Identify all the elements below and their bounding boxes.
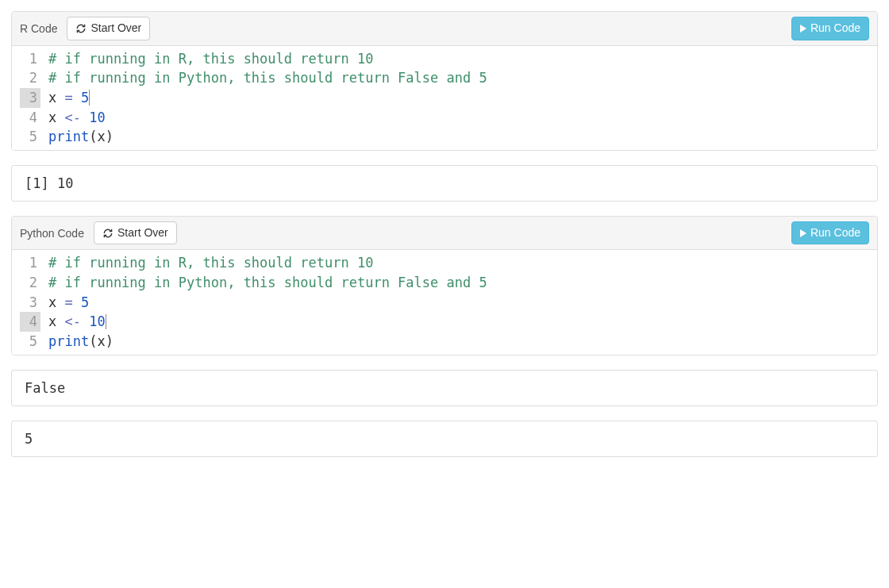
play-icon xyxy=(800,25,806,33)
run-code-label: Run Code xyxy=(810,225,860,241)
code-line[interactable]: x <- 10 xyxy=(48,312,872,332)
code-line[interactable]: # if running in R, this should return 10 xyxy=(48,253,872,273)
code-token xyxy=(81,313,89,329)
refresh-icon xyxy=(102,228,114,239)
code-line[interactable]: # if running in R, this should return 10 xyxy=(48,49,872,69)
code-content[interactable]: # if running in R, this should return 10… xyxy=(45,250,877,354)
line-number: 4 xyxy=(20,108,40,128)
code-token: x xyxy=(48,110,64,125)
code-line[interactable]: x = 5 xyxy=(48,88,872,108)
code-token: 10 xyxy=(89,110,105,125)
line-number: 3 xyxy=(20,293,40,313)
text-cursor xyxy=(89,90,90,106)
code-line[interactable]: x <- 10 xyxy=(48,108,872,128)
page-root: R CodeStart OverRun Code12345# if runnin… xyxy=(11,11,878,457)
code-editor[interactable]: 12345# if running in R, this should retu… xyxy=(12,46,877,150)
code-line[interactable]: print(x) xyxy=(48,127,872,147)
code-token: 10 xyxy=(89,313,105,329)
code-language-label: Python Code xyxy=(20,227,84,240)
play-icon xyxy=(800,229,806,237)
code-header: R CodeStart OverRun Code xyxy=(12,12,877,46)
code-line[interactable]: x = 5 xyxy=(48,293,872,313)
code-token: x xyxy=(48,294,64,310)
code-editor[interactable]: 12345# if running in R, this should retu… xyxy=(12,250,877,354)
code-token xyxy=(81,110,89,125)
code-token: x xyxy=(97,129,105,144)
code-token: # if running in R, this should return 10 xyxy=(48,51,373,67)
code-token: x xyxy=(48,90,64,106)
code-token xyxy=(73,294,81,310)
start-over-label: Start Over xyxy=(117,225,168,241)
code-token: = xyxy=(64,90,72,106)
line-number: 4 xyxy=(20,312,40,332)
output-block: [1] 10 xyxy=(11,165,878,202)
code-token: ) xyxy=(106,129,114,144)
run-code-button[interactable]: Run Code xyxy=(791,17,869,40)
code-token: print xyxy=(48,129,89,144)
line-number: 1 xyxy=(20,49,40,69)
code-token: print xyxy=(48,333,89,349)
code-token: ) xyxy=(106,333,114,349)
run-code-button[interactable]: Run Code xyxy=(791,221,869,245)
refresh-icon xyxy=(75,23,87,34)
line-number-gutter: 12345 xyxy=(12,46,45,150)
code-token: # if running in Python, this should retu… xyxy=(48,275,487,290)
line-number: 2 xyxy=(20,68,40,88)
start-over-button[interactable]: Start Over xyxy=(67,17,150,40)
line-number: 5 xyxy=(20,127,40,147)
line-number: 1 xyxy=(20,253,40,273)
code-token: - xyxy=(73,313,81,329)
start-over-label: Start Over xyxy=(90,21,141,37)
code-line[interactable]: # if running in Python, this should retu… xyxy=(48,68,872,88)
code-token: ( xyxy=(89,129,97,144)
line-number: 5 xyxy=(20,332,40,352)
code-token: # if running in R, this should return 10 xyxy=(48,255,373,271)
code-token xyxy=(73,90,81,106)
code-header: Python CodeStart OverRun Code xyxy=(12,217,877,251)
line-number-gutter: 12345 xyxy=(12,250,45,354)
code-content[interactable]: # if running in R, this should return 10… xyxy=(45,46,877,150)
code-token: <- xyxy=(64,110,80,125)
code-line[interactable]: print(x) xyxy=(48,332,872,352)
run-code-label: Run Code xyxy=(810,21,860,37)
code-block: Python CodeStart OverRun Code12345# if r… xyxy=(11,216,878,355)
code-language-label: R Code xyxy=(20,22,57,35)
output-block: False xyxy=(11,370,878,406)
text-cursor xyxy=(106,314,106,330)
line-number: 2 xyxy=(20,273,40,293)
code-token: = xyxy=(64,294,72,310)
line-number: 3 xyxy=(20,88,40,108)
code-token: x xyxy=(97,333,105,349)
code-token: 5 xyxy=(81,294,89,310)
code-line[interactable]: # if running in Python, this should retu… xyxy=(48,273,872,293)
code-token: # if running in Python, this should retu… xyxy=(48,70,487,86)
start-over-button[interactable]: Start Over xyxy=(94,221,177,245)
code-token: ( xyxy=(89,333,97,349)
code-block: R CodeStart OverRun Code12345# if runnin… xyxy=(11,11,878,151)
output-block: 5 xyxy=(11,421,878,457)
code-token: < xyxy=(64,313,72,329)
code-token: 5 xyxy=(81,90,89,106)
code-token: x xyxy=(48,313,64,329)
